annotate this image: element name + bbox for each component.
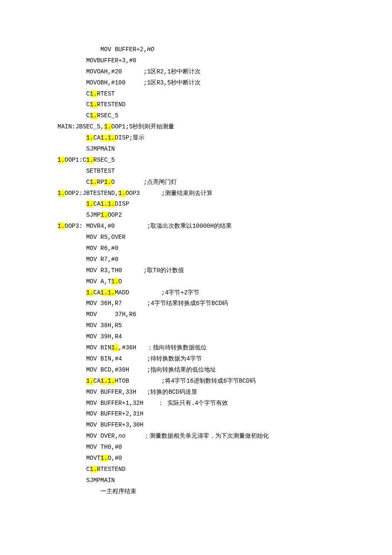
highlighted-text: 1. [90, 112, 97, 119]
code-line: MOV R6,#0 [58, 243, 392, 254]
code-line: MOV BUFFER+1,32H ； 实际只有.4个字节有效 [58, 398, 392, 409]
code-line: SJMP1.OOP2 [58, 210, 392, 221]
code-line: C1.RTEST [58, 89, 392, 100]
code-line: MOV R5,OVER [58, 232, 392, 243]
code-line: MOVT1.O,#0 [58, 453, 392, 464]
highlighted-text: 1.1. [101, 378, 115, 384]
highlighted-text: 1. [86, 157, 93, 163]
highlighted-text: 1. [58, 190, 65, 197]
highlighted-text: 1. [90, 466, 97, 473]
code-line: 1.CA1.1.DISP [58, 199, 392, 210]
highlighted-text: 1. [58, 157, 65, 163]
code-line: MOV BIN1.,#36H ；指向待转换数据低位 [58, 343, 392, 354]
code-line: MOV 39H,R4 [58, 331, 392, 343]
code-line: MOVOBH,#100 ;1区R3,5秒中断计次 [58, 78, 392, 89]
code-line: 一主程序结束 [58, 486, 392, 497]
code-line: MOV BCD,#30H ;指向转换结果的低位地址 [58, 365, 392, 376]
code-line: MOV 37H,R6 [58, 309, 392, 320]
highlighted-text: 1. [104, 123, 111, 130]
highlighted-text: 1. [90, 179, 97, 186]
code-line: MOV 36H,R7 ;4字节结果转换成6字节BCD码 [58, 298, 392, 309]
code-line: 1.CA1.1.DISP;显示 [58, 133, 392, 144]
code-line: MOV R3,TH0 ;取T0的计数值 [58, 265, 392, 276]
highlighted-text: 1. [86, 200, 93, 207]
code-line: MOV BUFFER+3,30H [58, 420, 392, 431]
code-document: MOV BUFFER+2,HO MOVBUFFER+3,#0 MOVOAH,#2… [0, 0, 392, 555]
highlighted-text: 1. [104, 179, 111, 186]
code-line: MOV BUFFER+2,HO [58, 44, 392, 55]
highlighted-text: 1. [118, 190, 126, 197]
code-line: 1.CA1.1.HTOB ;将4字节16进制数转成6字节BCD码 [58, 376, 392, 387]
code-line: MOV BUFFER+2,31H [58, 409, 392, 420]
italic-text: HO [147, 46, 154, 53]
code-line: MOVOAH,#20 ;1区R2,1秒中断计次 [58, 67, 392, 78]
code-line: 1.OOP1:C1.RSEC_5 [58, 155, 392, 166]
code-line: MOV A,T1.O [58, 276, 392, 288]
code-line: MOV R7,#0 [58, 254, 392, 265]
highlighted-text: 1. [86, 378, 93, 384]
code-line: MOV OVER,no ；测量数据相关单元清零，为下次测量做初始化 [58, 431, 392, 442]
code-line: C1.RTESTEND [58, 464, 392, 475]
code-line: SJMPMAIN [58, 475, 392, 486]
code-line: MOV TH0,#0 [58, 442, 392, 453]
highlighted-text: 1. [101, 212, 108, 218]
code-line: C1.RTESTEND [58, 99, 392, 110]
highlighted-text: 1. [101, 455, 108, 462]
code-line: SETBTEST [58, 166, 392, 177]
code-line: C1.RSEC_5 [58, 110, 392, 122]
highlighted-text: 1. [90, 101, 97, 108]
code-line: MAIN:JBSEC_5,1.OOP1;5秒到则开始测量 [58, 122, 392, 133]
highlighted-text: 1.1. [101, 289, 115, 296]
highlighted-text: 1. [86, 134, 93, 141]
code-line: 1.OOP3: MOVR4,#0 ;取溢出次数乘以10000H的结果 [58, 221, 392, 232]
italic-text: no [118, 433, 126, 439]
highlighted-text: 1.1. [101, 134, 115, 141]
code-line: MOV 38H,R5 [58, 320, 392, 331]
highlighted-text: 1. [90, 90, 97, 97]
highlighted-text: 1. [58, 223, 65, 230]
code-line: C1.RP1.O ;点亮闸门灯 [58, 177, 392, 188]
code-line: 1.OOP2:JBTESTEND,1.OOP3 ;测量结束则去计算 [58, 188, 392, 199]
highlighted-text: 1. [86, 289, 93, 296]
code-line: MOVBUFFER+3,#0 [58, 55, 392, 67]
highlighted-text: 1.1. [101, 200, 115, 207]
code-line: SJMPMAIN [58, 144, 392, 155]
highlighted-text: 1. [111, 344, 118, 351]
code-line: MOV BIN,#4 ;待转换数据为4字节 [58, 354, 392, 365]
code-line: MOV BUFFER,33H ;转换的BCD码送显 [58, 387, 392, 398]
code-line: 1.CA1.1.MADD ;4字节+2字节 [58, 288, 392, 299]
highlighted-text: 1. [111, 278, 118, 285]
